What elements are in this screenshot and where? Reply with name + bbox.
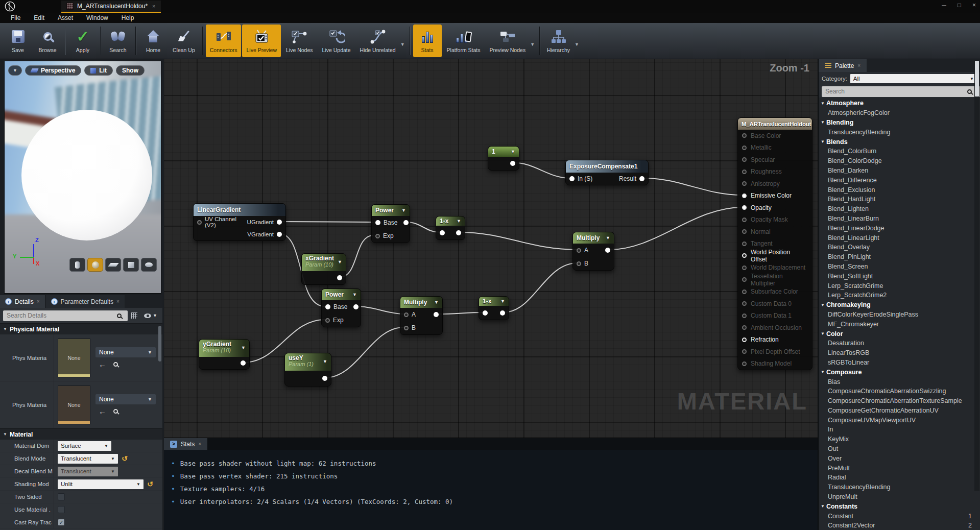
phys-material-select[interactable]: None ▼ — [95, 394, 156, 404]
node-exposure-compensate1[interactable]: ExposureCompensate1 In (S) Result — [565, 160, 649, 185]
pin-icon[interactable] — [742, 290, 747, 294]
input-pin-icon[interactable] — [197, 220, 202, 225]
pin-icon[interactable] — [742, 133, 747, 138]
output-pin-row[interactable]: Normal — [738, 226, 812, 238]
input-pin-icon[interactable] — [440, 230, 445, 235]
output-pin-icon[interactable] — [510, 161, 515, 166]
preview-viewport[interactable]: ▼ Perspective Lit Show Z Y X — [4, 61, 161, 294]
output-pin-row[interactable]: World Position Offset — [738, 250, 812, 262]
node-multiply-bottom[interactable]: Multiply▼ A B — [400, 296, 443, 335]
node-power-top[interactable]: Power▼ Base Exp — [371, 204, 410, 243]
pin-icon[interactable] — [742, 277, 747, 282]
browse-to-asset-icon[interactable] — [113, 362, 118, 367]
blend-mode-select[interactable]: Translucent▼ — [58, 454, 118, 464]
palette-item[interactable]: sRGBToLinear — [819, 358, 980, 368]
show-button[interactable]: Show — [116, 65, 145, 76]
preview-nodes-button[interactable]: Preview Nodes — [486, 25, 530, 57]
output-pin-icon[interactable] — [277, 220, 282, 225]
palette-item[interactable]: Lerp_ScratchGrime2 — [819, 291, 980, 300]
output-pin-row[interactable]: Tangent — [738, 238, 812, 250]
chevron-down-icon[interactable]: ▼ — [457, 219, 461, 224]
node-power-bottom[interactable]: Power▼ Base Exp — [321, 288, 361, 327]
browse-to-asset-icon[interactable] — [113, 409, 118, 414]
hide-unrelated-dropdown-icon[interactable]: ▼ — [400, 42, 405, 47]
output-pin-row[interactable]: Specular — [738, 154, 812, 166]
output-pin-row[interactable]: Shading Model — [738, 358, 812, 370]
section-material[interactable]: ▼ Material — [0, 428, 162, 440]
output-pin-row[interactable]: Anisotropy — [738, 178, 812, 190]
chevron-down-icon[interactable]: ▼ — [500, 299, 505, 304]
perspective-button[interactable]: Perspective — [25, 65, 81, 76]
pin-icon[interactable] — [742, 157, 747, 162]
maximize-button[interactable]: □ — [958, 2, 961, 9]
output-pin-icon[interactable] — [277, 232, 282, 237]
chevron-down-icon[interactable]: ▼ — [401, 208, 406, 213]
column-divider[interactable] — [54, 440, 54, 452]
section-physical-material[interactable]: ▼ Physical Material — [0, 323, 162, 334]
palette-item[interactable]: In — [819, 425, 980, 435]
output-pin-row[interactable]: Pixel Depth Offset — [738, 346, 812, 358]
shape-sphere-button[interactable] — [87, 258, 103, 272]
input-pin-icon[interactable] — [404, 312, 409, 317]
close-icon[interactable]: × — [37, 299, 40, 304]
menu-asset[interactable]: Asset — [51, 14, 80, 21]
pin-icon[interactable] — [742, 338, 747, 342]
pin-icon[interactable] — [742, 301, 747, 306]
palette-item[interactable]: LinearTosRGB — [819, 348, 980, 358]
output-pin-row[interactable]: Metallic — [738, 142, 812, 154]
palette-category[interactable]: ▼Chromakeying — [819, 300, 980, 310]
output-pin-icon[interactable] — [434, 312, 439, 317]
pin-icon[interactable] — [742, 205, 747, 210]
viewport-options-button[interactable]: ▼ — [8, 65, 22, 76]
cast-ray-traced-checkbox[interactable]: ✓ — [58, 519, 65, 526]
use-selected-asset-icon[interactable]: ← — [99, 360, 106, 368]
menu-edit[interactable]: Edit — [27, 14, 51, 21]
input-pin-icon[interactable] — [325, 318, 330, 323]
palette-item[interactable]: Constant2Vector2 — [819, 521, 980, 530]
use-selected-asset-icon[interactable]: ← — [99, 407, 106, 415]
search-details-input[interactable] — [3, 310, 128, 321]
pin-icon[interactable] — [742, 218, 747, 222]
node-constant-1[interactable]: 1 ▼ — [488, 146, 519, 171]
shading-model-select[interactable]: Unlit▼ — [58, 479, 144, 489]
chevron-down-icon[interactable]: ▼ — [606, 235, 610, 240]
palette-item[interactable]: TranslucencyBlending — [819, 127, 980, 137]
two-sided-checkbox[interactable] — [58, 493, 65, 500]
chevron-down-icon[interactable]: ▼ — [338, 259, 342, 264]
output-pin-row[interactable]: Opacity Mask — [738, 214, 812, 226]
palette-item[interactable]: Blend_SoftLight — [819, 271, 980, 281]
palette-item[interactable]: TranslucencyBlending — [819, 483, 980, 492]
clean-up-button[interactable]: Clean Up — [169, 25, 199, 57]
node-xgradient[interactable]: xGradient Param (10) ▼ — [301, 253, 346, 285]
column-divider[interactable] — [54, 491, 54, 503]
node-one-minus-x-bottom[interactable]: 1-x▼ — [479, 296, 509, 320]
column-divider[interactable] — [54, 334, 54, 381]
palette-item[interactable]: AtmosphericFogColor — [819, 108, 980, 118]
input-pin-icon[interactable] — [325, 304, 330, 309]
pin-icon[interactable] — [742, 181, 747, 186]
output-pin-icon[interactable] — [241, 360, 246, 366]
palette-item[interactable]: Blend_ColorBurn — [819, 147, 980, 156]
tab-palette[interactable]: Palette × — [819, 59, 867, 72]
palette-category[interactable]: ▼Constants — [819, 501, 980, 511]
pin-icon[interactable] — [742, 229, 747, 234]
output-pin-row[interactable]: Opacity — [738, 202, 812, 214]
tab-close-icon[interactable]: × — [152, 3, 155, 9]
output-pin-row[interactable]: Ambient Occlusion — [738, 322, 812, 334]
apply-button[interactable]: ✓ Apply — [68, 25, 97, 57]
close-button[interactable]: × — [972, 2, 976, 9]
palette-item[interactable]: ComposureChromaticAberrationSwizzling — [819, 387, 980, 396]
node-material-output[interactable]: M_ARTranslucentHoldout Base ColorMetalli… — [737, 117, 812, 370]
output-pin-icon[interactable] — [403, 220, 409, 225]
pin-icon[interactable] — [742, 362, 747, 366]
output-pin-row[interactable]: Emissive Color — [738, 190, 812, 202]
palette-item[interactable]: ComposureUVMapViewportUV — [819, 415, 980, 425]
input-pin-icon[interactable] — [569, 176, 575, 181]
pin-icon[interactable] — [742, 242, 747, 246]
palette-item[interactable]: KeyMix — [819, 435, 980, 444]
column-divider[interactable] — [54, 478, 54, 490]
palette-item[interactable]: Blend_Overlay — [819, 243, 980, 252]
input-pin-icon[interactable] — [375, 234, 380, 238]
palette-item[interactable]: Blend_Difference — [819, 175, 980, 185]
close-icon[interactable]: × — [116, 299, 119, 304]
